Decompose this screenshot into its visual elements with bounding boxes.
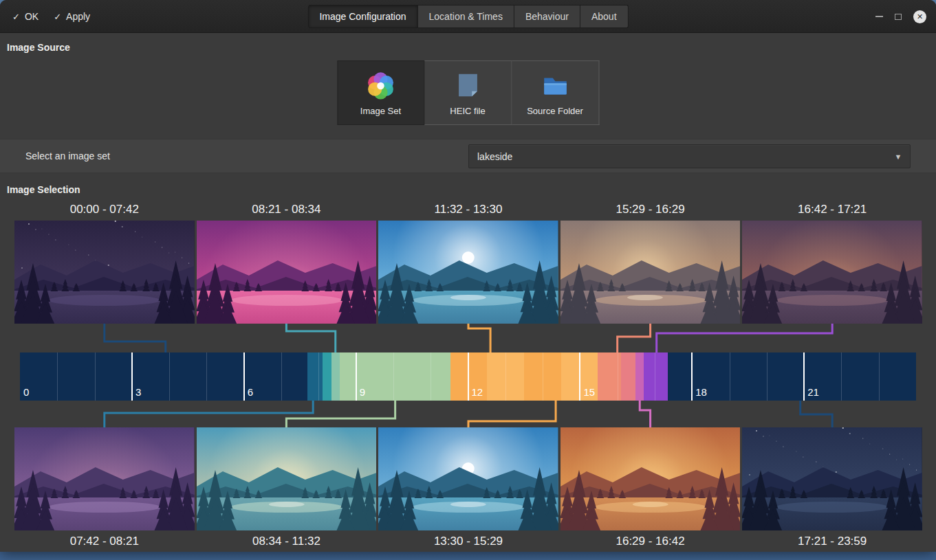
source-type-group: Image Set HEIC file — [337, 60, 599, 125]
time-range-label: 16:42 - 17:21 — [742, 203, 922, 216]
timeline-connector-line — [640, 401, 650, 427]
wallpaper-art — [742, 427, 922, 530]
wallpaper-art — [560, 221, 741, 324]
timeline-segment[interactable] — [20, 352, 307, 401]
wallpaper-art — [378, 427, 558, 530]
timeline-segment[interactable] — [323, 352, 332, 401]
timeline-connector-line — [105, 324, 166, 352]
wallpaper-thumbnail[interactable] — [742, 221, 922, 324]
wallpaper-thumbnail[interactable] — [378, 221, 558, 324]
tab-location-times[interactable]: Location & Times — [418, 5, 514, 28]
timeline-major-tick — [579, 352, 580, 401]
check-icon: ✓ — [54, 12, 61, 22]
timeline-hour-tick — [730, 352, 730, 401]
timeline-hour-label: 18 — [695, 386, 707, 398]
timeline-bar[interactable]: 036912151821 — [20, 352, 916, 401]
app-window: ✓ OK ✓ Apply Image Configuration Locatio… — [0, 0, 936, 552]
timeline-hour-label: 21 — [807, 386, 819, 398]
timeline-hour-tick — [431, 352, 431, 401]
wallpaper-art — [742, 221, 922, 324]
chevron-down-icon: ▼ — [886, 153, 910, 161]
time-range-label: 17:21 - 23:59 — [742, 535, 922, 548]
ok-button[interactable]: ✓ OK — [12, 11, 39, 22]
timeline-connector-line — [286, 324, 335, 352]
timeline-hour-label: 6 — [248, 386, 253, 398]
minimize-button[interactable] — [875, 16, 883, 17]
tab-image-configuration[interactable]: Image Configuration — [307, 5, 417, 28]
wallpaper-thumbnail[interactable] — [560, 221, 741, 324]
timeline-hour-tick — [318, 352, 319, 401]
header-tabs: Image Configuration Location & Times Beh… — [307, 5, 628, 28]
timeline-hour-label: 9 — [360, 386, 365, 398]
timeline-segment[interactable] — [307, 352, 323, 401]
time-range-label: 16:29 - 16:42 — [560, 535, 741, 548]
wallpaper-art — [14, 427, 195, 530]
time-range-label: 13:30 - 15:29 — [378, 535, 558, 548]
close-button[interactable]: ✕ — [913, 10, 926, 23]
wallpaper-art — [14, 221, 195, 324]
wallpaper-thumbnail[interactable] — [560, 427, 741, 530]
timeline-hour-tick — [95, 352, 96, 401]
timeline-hour-label: 12 — [472, 386, 483, 398]
source-type-source-folder[interactable]: Source Folder — [512, 60, 599, 125]
wallpaper-thumbnail[interactable] — [197, 427, 377, 530]
wallpaper-thumbnail[interactable] — [742, 427, 922, 530]
timeline-segment[interactable] — [644, 352, 668, 401]
connector-lines-bottom — [0, 401, 936, 427]
timeline-hour-tick — [206, 352, 207, 401]
heic-file-icon — [452, 69, 483, 101]
image-set-icon — [365, 69, 397, 101]
time-range-label: 07:42 - 08:21 — [14, 535, 195, 548]
top-time-labels: 00:00 - 07:42 08:21 - 08:34 11:32 - 13:3… — [14, 203, 922, 216]
titlebar: ✓ OK ✓ Apply Image Configuration Locatio… — [0, 0, 936, 33]
image-source-title: Image Source — [7, 42, 70, 53]
time-range-label: 08:34 - 11:32 — [197, 535, 377, 548]
timeline-major-tick — [468, 352, 469, 401]
tab-behaviour[interactable]: Behaviour — [514, 5, 580, 28]
apply-button[interactable]: ✓ Apply — [54, 11, 90, 22]
timeline-major-tick — [131, 352, 133, 401]
timeline-hour-tick — [879, 352, 880, 401]
timeline-major-tick — [803, 352, 805, 401]
image-set-dropdown[interactable]: lakeside ▼ — [468, 144, 911, 168]
check-icon: ✓ — [12, 12, 20, 22]
timeline-connector-line — [801, 401, 833, 427]
wallpaper-art — [378, 221, 558, 324]
bottom-time-labels: 07:42 - 08:21 08:34 - 11:32 13:30 - 15:2… — [14, 535, 922, 548]
timeline-segment[interactable] — [331, 352, 340, 401]
timeline-connector-line — [468, 401, 556, 427]
timeline-segment[interactable] — [621, 352, 635, 401]
wallpaper-art — [560, 427, 741, 530]
timeline-major-tick — [356, 352, 357, 401]
image-selection-title: Image Selection — [7, 184, 80, 195]
source-type-label: HEIC file — [450, 106, 485, 116]
tab-about[interactable]: About — [580, 5, 629, 28]
source-type-heic-file[interactable]: HEIC file — [424, 60, 512, 125]
ok-button-label: OK — [25, 11, 39, 22]
timeline-hour-label: 3 — [135, 386, 141, 398]
wallpaper-art — [197, 221, 377, 324]
wallpaper-thumbnail[interactable] — [14, 221, 195, 324]
wallpaper-art — [197, 427, 377, 530]
time-range-label: 11:32 - 13:30 — [378, 203, 558, 216]
timeline-segment[interactable] — [635, 352, 644, 401]
timeline-connector-line — [657, 324, 833, 352]
source-type-label: Image Set — [360, 106, 401, 116]
time-range-label: 00:00 - 07:42 — [14, 203, 195, 216]
timeline-hour-tick — [655, 352, 655, 401]
timeline-hour-tick — [543, 352, 543, 401]
top-thumbnail-row — [14, 221, 922, 324]
timeline-hour-label: 15 — [583, 386, 595, 398]
connector-lines-top — [0, 324, 936, 352]
dropdown-value: lakeside — [469, 151, 886, 162]
source-folder-icon — [539, 69, 571, 101]
wallpaper-thumbnail[interactable] — [378, 427, 558, 530]
maximize-button[interactable] — [895, 14, 902, 20]
image-set-select-label: Select an image set — [25, 150, 110, 161]
source-type-image-set[interactable]: Image Set — [337, 60, 424, 125]
timeline-major-tick — [691, 352, 693, 401]
image-set-row: Select an image set lakeside ▼ — [0, 139, 936, 173]
wallpaper-thumbnail[interactable] — [14, 427, 195, 530]
wallpaper-thumbnail[interactable] — [197, 221, 377, 324]
timeline-connector-line — [105, 401, 313, 427]
